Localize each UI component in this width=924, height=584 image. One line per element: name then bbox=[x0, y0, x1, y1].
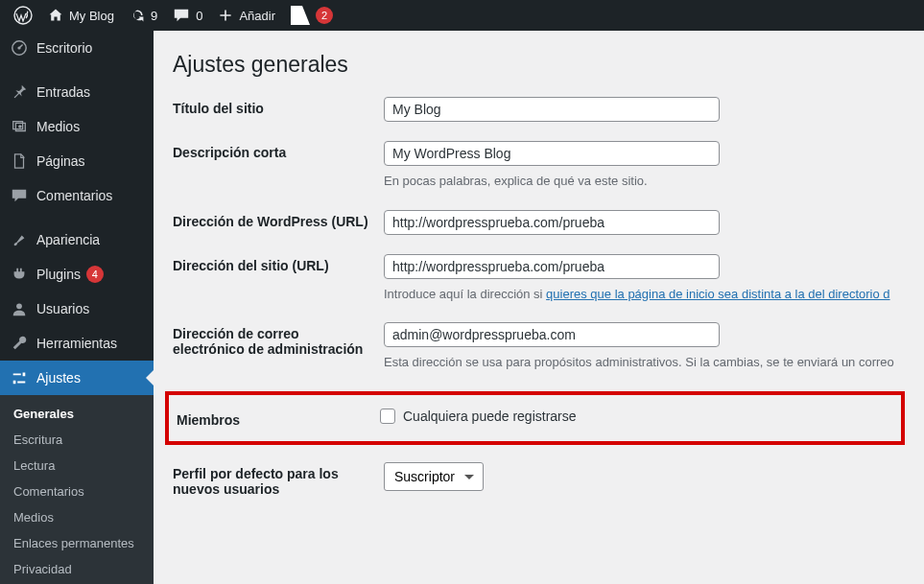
menu-media[interactable]: Medios bbox=[0, 109, 154, 144]
submenu-privacy[interactable]: Privacidad bbox=[0, 556, 154, 582]
label-site-url: Dirección del sitio (URL) bbox=[173, 254, 384, 273]
label-admin-email: Dirección de correo electrónico de admin… bbox=[173, 322, 384, 357]
menu-label: Escritorio bbox=[36, 40, 92, 56]
submenu-discussion[interactable]: Comentarios bbox=[0, 479, 154, 504]
row-admin-email: Dirección de correo electrónico de admin… bbox=[173, 322, 905, 372]
content-area: Ajustes generales Título del sitio Descr… bbox=[154, 31, 924, 584]
updates-count: 9 bbox=[151, 9, 157, 23]
label-site-title: Título del sitio bbox=[173, 97, 384, 116]
input-admin-email[interactable] bbox=[384, 322, 720, 347]
menu-label: Plugins bbox=[36, 267, 81, 282]
menu-label: Medios bbox=[36, 119, 80, 134]
menu-comments[interactable]: Comentarios bbox=[0, 178, 154, 213]
wrench-icon bbox=[10, 334, 29, 353]
row-default-role: Perfil por defecto para los nuevos usuar… bbox=[173, 462, 905, 497]
row-wp-url: Dirección de WordPress (URL) bbox=[173, 210, 905, 235]
dashboard-icon bbox=[10, 38, 29, 58]
brush-icon bbox=[10, 230, 29, 249]
submenu-writing[interactable]: Escritura bbox=[0, 427, 154, 453]
yoast-badge: 2 bbox=[316, 7, 333, 24]
media-icon bbox=[10, 117, 29, 136]
home-icon bbox=[48, 8, 63, 23]
menu-label: Entradas bbox=[36, 84, 90, 100]
link-site-url-help[interactable]: quieres que la página de inicio sea dist… bbox=[546, 287, 889, 301]
desc-tagline: En pocas palabras, explica de qué va est… bbox=[384, 172, 905, 191]
submenu-general[interactable]: Generales bbox=[0, 401, 154, 427]
row-tagline: Descripción corta En pocas palabras, exp… bbox=[173, 141, 905, 191]
page-title: Ajustes generales bbox=[173, 52, 905, 78]
menu-label: Páginas bbox=[36, 153, 85, 169]
checkbox-anyone-can-register[interactable] bbox=[380, 409, 395, 424]
row-site-url: Dirección del sitio (URL) Introduce aquí… bbox=[173, 254, 905, 304]
select-default-role[interactable]: Suscriptor bbox=[384, 462, 484, 491]
menu-pages[interactable]: Páginas bbox=[0, 144, 154, 178]
svg-point-4 bbox=[16, 303, 22, 309]
page-icon bbox=[10, 152, 29, 171]
updates-link[interactable]: 9 bbox=[122, 0, 165, 31]
label-default-role: Perfil por defecto para los nuevos usuar… bbox=[173, 462, 384, 497]
menu-label: Herramientas bbox=[36, 336, 117, 351]
comment-icon bbox=[173, 7, 190, 24]
plugins-update-badge: 4 bbox=[86, 266, 104, 283]
input-wp-url[interactable] bbox=[384, 210, 720, 235]
menu-posts[interactable]: Entradas bbox=[0, 75, 154, 109]
desc-site-url: Introduce aquí la dirección si quieres q… bbox=[384, 285, 905, 304]
checkbox-label: Cualquiera puede registrarse bbox=[403, 409, 577, 424]
menu-users[interactable]: Usuarios bbox=[0, 292, 154, 326]
input-tagline[interactable] bbox=[384, 141, 720, 166]
plugin-icon bbox=[10, 265, 29, 284]
svg-point-2 bbox=[17, 46, 20, 49]
comments-link[interactable]: 0 bbox=[165, 0, 210, 31]
highlight-membership: Miembros Cualquiera puede registrarse bbox=[165, 391, 905, 445]
menu-label: Usuarios bbox=[36, 301, 89, 316]
submenu-settings: Generales Escritura Lectura Comentarios … bbox=[0, 395, 154, 584]
svg-point-3 bbox=[18, 125, 22, 128]
add-new-link[interactable]: Añadir bbox=[210, 0, 283, 31]
input-site-url[interactable] bbox=[384, 254, 720, 279]
desc-admin-email: Esta dirección se usa para propósitos ad… bbox=[384, 353, 905, 372]
add-new-label: Añadir bbox=[239, 9, 275, 23]
label-membership: Miembros bbox=[169, 409, 380, 428]
comments-count: 0 bbox=[196, 9, 202, 23]
menu-label: Comentarios bbox=[36, 188, 112, 203]
site-name-link[interactable]: My Blog bbox=[40, 0, 122, 31]
plus-icon bbox=[218, 8, 233, 23]
submenu-media[interactable]: Medios bbox=[0, 504, 154, 530]
menu-settings[interactable]: Ajustes bbox=[0, 361, 154, 395]
menu-label: Apariencia bbox=[36, 232, 100, 247]
site-name: My Blog bbox=[69, 9, 114, 23]
comment-icon bbox=[10, 186, 29, 205]
submenu-reading[interactable]: Lectura bbox=[0, 453, 154, 479]
menu-appearance[interactable]: Apariencia bbox=[0, 222, 154, 257]
label-wp-url: Dirección de WordPress (URL) bbox=[173, 210, 384, 229]
wp-logo[interactable] bbox=[6, 0, 40, 31]
row-site-title: Título del sitio bbox=[173, 97, 905, 122]
input-site-title[interactable] bbox=[384, 97, 720, 122]
yoast-icon bbox=[291, 6, 310, 25]
menu-dashboard[interactable]: Escritorio bbox=[0, 31, 154, 65]
submenu-permalinks[interactable]: Enlaces permanentes bbox=[0, 530, 154, 556]
label-tagline: Descripción corta bbox=[173, 141, 384, 160]
menu-label: Ajustes bbox=[36, 370, 81, 385]
user-icon bbox=[10, 299, 29, 318]
row-membership: Miembros Cualquiera puede registrarse bbox=[169, 409, 889, 428]
checkbox-anyone-can-register-wrapper[interactable]: Cualquiera puede registrarse bbox=[380, 409, 889, 424]
sliders-icon bbox=[10, 368, 29, 387]
update-icon bbox=[130, 8, 145, 23]
menu-tools[interactable]: Herramientas bbox=[0, 326, 154, 361]
menu-plugins[interactable]: Plugins 4 bbox=[0, 257, 154, 292]
yoast-link[interactable]: 2 bbox=[283, 0, 341, 31]
admin-bar: My Blog 9 0 Añadir 2 bbox=[0, 0, 924, 31]
pin-icon bbox=[10, 82, 29, 102]
admin-menu: Escritorio Entradas Medios Páginas Comen… bbox=[0, 31, 154, 584]
